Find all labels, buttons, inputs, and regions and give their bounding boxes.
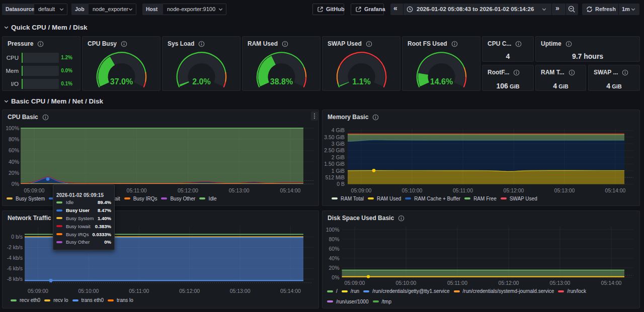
svg-text:05:12:00: 05:12:00 — [499, 280, 519, 286]
svg-text:05:10:00: 05:10:00 — [402, 187, 423, 193]
svg-text:05:10:00: 05:10:00 — [396, 280, 417, 286]
svg-text:05:13:00: 05:13:00 — [554, 187, 575, 193]
svg-text:60%: 60% — [329, 246, 339, 252]
svg-text:60%: 60% — [9, 147, 19, 153]
svg-text:05:11:00: 05:11:00 — [447, 280, 467, 286]
svg-text:0%: 0% — [12, 181, 19, 187]
svg-text:05:14:00: 05:14:00 — [280, 187, 301, 193]
svg-text:40%: 40% — [329, 255, 339, 261]
svg-text:3 GiB: 3 GiB — [332, 141, 345, 147]
svg-text:80%: 80% — [329, 236, 339, 242]
svg-text:37.0%: 37.0% — [110, 77, 133, 86]
svg-text:100%: 100% — [6, 125, 19, 131]
svg-text:05:09:00: 05:09:00 — [28, 288, 48, 294]
svg-text:05:09:00: 05:09:00 — [351, 187, 372, 193]
svg-text:-6 kb/s: -6 kb/s — [7, 265, 23, 271]
svg-text:05:11:00: 05:11:00 — [127, 187, 147, 193]
svg-text:100%: 100% — [326, 227, 340, 233]
svg-text:0%: 0% — [332, 274, 339, 280]
svg-text:20%: 20% — [9, 170, 19, 176]
svg-text:05:14:00: 05:14:00 — [280, 288, 301, 294]
svg-text:-8 kb/s: -8 kb/s — [7, 276, 23, 282]
svg-text:05:09:00: 05:09:00 — [345, 280, 365, 286]
svg-text:512 MiB: 512 MiB — [325, 174, 345, 180]
svg-text:05:11:00: 05:11:00 — [453, 187, 473, 193]
svg-text:05:13:00: 05:13:00 — [550, 280, 571, 286]
svg-text:0 b/s: 0 b/s — [11, 234, 23, 240]
svg-text:05:12:00: 05:12:00 — [179, 288, 200, 294]
svg-text:05:13:00: 05:13:00 — [229, 187, 250, 193]
svg-text:-4 kb/s: -4 kb/s — [7, 255, 23, 261]
svg-text:05:14:00: 05:14:00 — [601, 280, 622, 286]
svg-text:05:12:00: 05:12:00 — [504, 187, 524, 193]
svg-text:05:11:00: 05:11:00 — [129, 288, 149, 294]
svg-text:05:09:00: 05:09:00 — [24, 187, 45, 193]
svg-text:1.1%: 1.1% — [352, 77, 370, 86]
svg-text:40%: 40% — [9, 159, 19, 165]
svg-text:05:14:00: 05:14:00 — [605, 187, 626, 193]
svg-text:14.6%: 14.6% — [430, 77, 453, 86]
svg-text:4 GiB: 4 GiB — [332, 127, 345, 133]
svg-text:0 B: 0 B — [337, 181, 345, 187]
svg-text:2.0%: 2.0% — [192, 77, 210, 86]
svg-text:20%: 20% — [329, 265, 339, 271]
svg-text:2.50 GiB: 2.50 GiB — [324, 147, 345, 153]
svg-text:2 GiB: 2 GiB — [332, 154, 345, 160]
svg-text:-2 kb/s: -2 kb/s — [7, 244, 23, 250]
svg-text:3.50 GiB: 3.50 GiB — [324, 134, 345, 140]
svg-text:05:13:00: 05:13:00 — [230, 288, 251, 294]
svg-text:05:12:00: 05:12:00 — [178, 187, 198, 193]
svg-text:38.8%: 38.8% — [270, 77, 293, 86]
svg-text:80%: 80% — [9, 136, 19, 142]
svg-text:1.50 GiB: 1.50 GiB — [324, 161, 345, 167]
svg-text:05:10:00: 05:10:00 — [78, 288, 99, 294]
svg-text:1 GiB: 1 GiB — [332, 168, 345, 174]
